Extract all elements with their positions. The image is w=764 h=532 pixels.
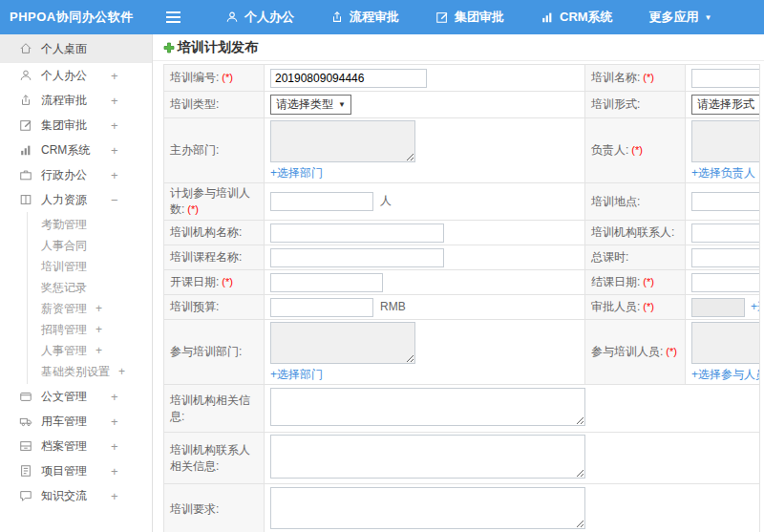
nav-personal-office[interactable]: 个人办公 xyxy=(225,9,294,26)
expand-toggle[interactable]: + xyxy=(111,489,118,503)
training-form-select[interactable]: 请选择形式▼ xyxy=(691,95,760,115)
sub-item-label: 招聘管理 xyxy=(41,322,87,338)
org-contact-input[interactable] xyxy=(691,223,760,243)
briefcase-icon xyxy=(19,168,32,181)
sidebar-item-attendance[interactable]: 考勤管理 xyxy=(28,214,152,235)
field-label: 负责人: xyxy=(591,143,628,157)
sidebar-item-label: 人力资源 xyxy=(41,192,87,208)
label-host-dept: 主办部门: xyxy=(164,118,265,183)
sub-item-label: 薪资管理 xyxy=(41,301,87,317)
org-info-textarea[interactable] xyxy=(270,388,585,426)
top-nav: 个人办公 流程审批 集团审批 CRM系统 更多应用 ▼ xyxy=(189,9,712,26)
sidebar-item-crm[interactable]: CRM系统 + xyxy=(0,138,152,162)
expand-toggle[interactable]: + xyxy=(111,94,118,108)
nav-more-apps[interactable]: 更多应用 ▼ xyxy=(649,9,712,26)
expand-toggle[interactable]: + xyxy=(111,390,118,404)
label-requirements: 培训要求: xyxy=(164,484,265,532)
expand-toggle[interactable]: + xyxy=(111,439,118,454)
app-header: PHPOA协同办公软件 个人办公 流程审批 集团审批 CRM系统 更多应用 ▼ xyxy=(0,0,764,34)
expand-toggle[interactable]: + xyxy=(111,168,118,182)
caret-down-icon: ▼ xyxy=(338,100,346,109)
label-org-name: 培训机构名称: xyxy=(164,221,265,245)
caret-down-icon: ▼ xyxy=(705,13,712,22)
sidebar-item-label: 用车管理 xyxy=(41,414,87,430)
sidebar: 个人桌面 个人办公 + 流程审批 + 集团审批 + CRM系统 + 行政办公 + xyxy=(0,34,153,532)
expand-toggle[interactable]: + xyxy=(118,365,125,378)
sidebar-item-reward-punishment[interactable]: 奖惩记录 xyxy=(28,277,152,298)
sidebar-item-vehicle-mgmt[interactable]: 用车管理 + xyxy=(0,409,152,434)
required-mark: (*) xyxy=(666,346,677,357)
nav-crm-system[interactable]: CRM系统 xyxy=(541,9,613,26)
currency-label: RMB xyxy=(380,300,406,313)
expand-toggle[interactable]: + xyxy=(111,69,118,83)
select-dept-link[interactable]: +选择部门 xyxy=(270,368,323,381)
label-start-date: 开课日期:(*) xyxy=(164,270,265,295)
attend-people-box[interactable] xyxy=(691,322,760,364)
sidebar-item-label: 档案管理 xyxy=(41,438,87,455)
expand-toggle[interactable]: + xyxy=(111,415,118,429)
training-type-select[interactable]: 请选择类型▼ xyxy=(270,95,351,115)
sidebar-item-archive-mgmt[interactable]: 档案管理 + xyxy=(0,434,152,458)
sidebar-item-training-mgmt[interactable]: 培训管理 xyxy=(28,256,152,277)
required-mark: (*) xyxy=(643,72,654,83)
sidebar-item-workflow-approval[interactable]: 流程审批 + xyxy=(0,88,152,113)
course-name-input[interactable] xyxy=(270,248,444,267)
sidebar-item-hr-contract[interactable]: 人事合同 xyxy=(28,235,152,256)
field-label: 培训要求: xyxy=(170,502,219,516)
expand-toggle[interactable]: + xyxy=(111,118,118,133)
planned-count-input[interactable] xyxy=(270,192,373,211)
sidebar-item-group-approval[interactable]: 集团审批 + xyxy=(0,113,152,138)
expand-toggle[interactable]: + xyxy=(111,464,118,479)
expand-toggle[interactable]: + xyxy=(111,143,118,158)
sidebar-item-hr[interactable]: 人力资源 − xyxy=(0,187,152,212)
user-icon xyxy=(19,69,32,82)
org-name-input[interactable] xyxy=(270,223,444,243)
org-contact-info-textarea[interactable] xyxy=(270,435,585,479)
expand-toggle[interactable]: + xyxy=(96,302,102,315)
field-label: 培训形式: xyxy=(591,97,640,111)
budget-input[interactable] xyxy=(270,298,373,317)
field-label: 参与培训人员: xyxy=(591,345,663,358)
home-icon xyxy=(19,42,32,55)
sidebar-item-knowledge-exchange[interactable]: 知识交流 + xyxy=(0,483,152,508)
location-input[interactable] xyxy=(691,192,760,211)
select-dept-link[interactable]: +选择部门 xyxy=(270,166,323,180)
start-date-input[interactable] xyxy=(270,273,383,292)
attend-dept-box[interactable] xyxy=(270,322,415,364)
sidebar-item-personal-desktop[interactable]: 个人桌面 xyxy=(0,34,152,63)
sidebar-item-label: 流程审批 xyxy=(41,93,87,109)
hamburger-menu-icon[interactable] xyxy=(157,9,189,26)
training-plan-form: 培训编号:(*) 培训名称:(*) 培训类型: 请选择类型▼ 培训形式: 请选择… xyxy=(153,61,764,532)
select-attend-people-link[interactable]: +选择参与人员 xyxy=(691,368,760,381)
select-leader-link[interactable]: +选择负责人 xyxy=(691,166,755,180)
required-mark: (*) xyxy=(222,72,233,83)
upload-icon xyxy=(19,94,32,107)
expand-toggle[interactable]: + xyxy=(96,323,102,336)
sidebar-item-recruit-mgmt[interactable]: 招聘管理+ xyxy=(28,319,152,340)
host-dept-box[interactable] xyxy=(270,120,415,162)
select-value: 请选择形式 xyxy=(697,96,754,113)
leader-box[interactable] xyxy=(691,120,760,162)
sidebar-item-personnel-mgmt[interactable]: 人事管理+ xyxy=(28,340,152,361)
sidebar-item-project-mgmt[interactable]: 项目管理 + xyxy=(0,458,152,483)
page-title-bar: 培训计划发布 xyxy=(153,34,764,61)
select-approver-link[interactable]: +选择审批人员 xyxy=(751,300,760,313)
end-date-input[interactable] xyxy=(691,273,760,292)
total-hours-input[interactable] xyxy=(691,248,760,267)
training-no-input[interactable] xyxy=(270,69,427,88)
sidebar-item-document-mgmt[interactable]: 公文管理 + xyxy=(0,384,152,409)
sidebar-item-salary-mgmt[interactable]: 薪资管理+ xyxy=(28,298,152,319)
approver-box[interactable] xyxy=(691,298,745,317)
collapse-toggle[interactable]: − xyxy=(111,193,118,207)
sidebar-item-base-category[interactable]: 基础类别设置+ xyxy=(28,361,152,382)
expand-toggle[interactable]: + xyxy=(96,344,102,357)
field-label: 培训类型: xyxy=(170,97,219,111)
sidebar-item-admin-office[interactable]: 行政办公 + xyxy=(0,162,152,187)
training-name-input[interactable] xyxy=(691,69,760,88)
archive-icon xyxy=(19,439,32,453)
nav-group-approval[interactable]: 集团审批 xyxy=(435,9,504,26)
requirements-textarea[interactable] xyxy=(270,487,585,529)
sidebar-item-personal-office[interactable]: 个人办公 + xyxy=(0,63,152,88)
field-label: 培训机构联系人相关信息: xyxy=(170,443,250,473)
nav-workflow-approval[interactable]: 流程审批 xyxy=(330,9,399,26)
